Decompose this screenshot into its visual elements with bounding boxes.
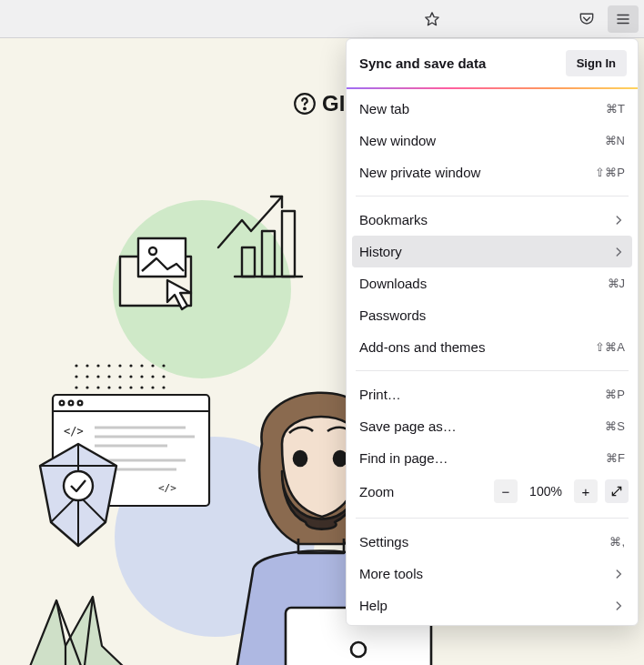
svg-rect-6	[262, 231, 275, 277]
svg-point-17	[129, 364, 132, 367]
menu-item-passwords[interactable]: Passwords	[347, 299, 638, 331]
menu-item-new-window[interactable]: New window ⌘N	[347, 125, 638, 156]
sign-in-button[interactable]: Sign In	[566, 50, 627, 76]
svg-point-28	[151, 375, 154, 378]
menu-item-zoom: Zoom − 100% +	[347, 474, 638, 510]
bookmark-star-button[interactable]	[417, 5, 448, 33]
menu-item-new-private-window[interactable]: New private window ⇧⌘P	[347, 156, 638, 188]
svg-point-13	[86, 364, 88, 367]
shortcut: ⌘P	[605, 388, 625, 401]
svg-point-30	[75, 386, 77, 388]
star-icon	[423, 10, 441, 28]
menu-item-label: Help	[359, 598, 603, 613]
menu-item-save-page[interactable]: Save page as… ⌘S	[347, 410, 638, 442]
svg-point-25	[118, 375, 121, 378]
origami-illustration	[11, 591, 156, 665]
menu-item-new-tab[interactable]: New tab ⌘T	[347, 93, 638, 125]
pocket-icon	[578, 10, 596, 28]
svg-point-38	[162, 386, 165, 388]
svg-point-19	[151, 364, 154, 367]
menu-item-find[interactable]: Find in page… ⌘F	[347, 442, 638, 474]
svg-point-24	[107, 375, 110, 378]
svg-point-31	[86, 386, 88, 388]
chevron-right-icon	[612, 246, 625, 258]
chevron-right-icon	[612, 600, 625, 612]
zoom-label: Zoom	[359, 484, 487, 499]
menu-item-print[interactable]: Print… ⌘P	[347, 378, 638, 410]
menu-item-downloads[interactable]: Downloads ⌘J	[347, 267, 638, 299]
svg-point-52	[294, 451, 307, 466]
brand-name: GI	[322, 91, 345, 116]
chevron-right-icon	[612, 568, 625, 580]
menu-item-label: New tab	[359, 101, 597, 116]
svg-rect-7	[282, 211, 295, 277]
svg-text:</>: </>	[64, 425, 84, 438]
svg-point-27	[140, 375, 143, 378]
svg-point-26	[129, 375, 132, 378]
zoom-value: 100%	[525, 484, 567, 499]
zoom-in-button[interactable]: +	[574, 479, 598, 503]
shortcut: ⌘S	[605, 419, 625, 433]
chevron-right-icon	[612, 214, 625, 227]
svg-point-32	[96, 386, 99, 388]
svg-point-21	[75, 375, 77, 378]
svg-point-35	[129, 386, 132, 388]
svg-point-29	[162, 375, 165, 378]
menu-title: Sync and save data	[359, 55, 486, 71]
svg-rect-10	[138, 238, 186, 277]
menu-item-bookmarks[interactable]: Bookmarks	[347, 204, 638, 236]
svg-point-20	[162, 364, 165, 367]
question-circle-icon	[293, 92, 317, 116]
menu-item-settings[interactable]: Settings ⌘,	[347, 526, 638, 558]
shortcut: ⌘F	[606, 451, 625, 465]
menu-item-label: History	[359, 244, 603, 259]
menu-item-label: Print…	[359, 387, 596, 402]
menu-item-label: Save page as…	[359, 418, 596, 434]
plus-icon: +	[582, 484, 590, 499]
shortcut: ⇧⌘A	[595, 340, 625, 354]
pocket-button[interactable]	[571, 5, 602, 33]
dots-pattern	[73, 362, 182, 389]
minus-icon: −	[502, 484, 510, 499]
menu-item-label: Passwords	[359, 307, 625, 323]
menu-item-label: New private window	[359, 165, 586, 180]
menu-item-more-tools[interactable]: More tools	[347, 558, 638, 589]
svg-point-36	[140, 386, 143, 388]
separator	[356, 370, 629, 371]
svg-point-53	[334, 451, 347, 466]
menu-item-label: Find in page…	[359, 450, 597, 466]
svg-text:</>: </>	[158, 482, 176, 494]
svg-point-23	[96, 375, 99, 378]
zoom-out-button[interactable]: −	[494, 479, 518, 503]
shortcut: ⌘J	[608, 277, 626, 290]
menu-item-label: Bookmarks	[359, 212, 603, 227]
menu-item-label: More tools	[359, 566, 603, 581]
menu-item-addons[interactable]: Add-ons and themes ⇧⌘A	[347, 331, 638, 363]
fullscreen-button[interactable]	[605, 479, 629, 503]
shortcut: ⌘T	[606, 102, 625, 116]
menu-item-history[interactable]: History	[352, 236, 632, 267]
svg-rect-5	[242, 247, 255, 277]
svg-point-18	[140, 364, 143, 367]
brand-logo: GI	[293, 91, 345, 116]
svg-point-16	[118, 364, 121, 367]
shortcut: ⇧⌘P	[595, 166, 625, 179]
browser-toolbar	[0, 0, 644, 38]
svg-point-51	[64, 471, 93, 500]
svg-point-12	[75, 364, 77, 367]
image-picker-illustration	[113, 229, 222, 320]
svg-point-15	[107, 364, 110, 367]
shield-illustration	[33, 440, 124, 549]
menu-item-label: Downloads	[359, 276, 599, 291]
svg-point-34	[118, 386, 121, 388]
svg-point-33	[107, 386, 110, 388]
menu-item-label: Settings	[359, 534, 600, 549]
hamburger-icon	[615, 11, 631, 27]
menu-item-help[interactable]: Help	[347, 589, 638, 621]
separator	[356, 196, 629, 196]
menu-item-label: Add-ons and themes	[359, 339, 586, 355]
app-menu-button[interactable]	[608, 5, 639, 33]
shortcut: ⌘N	[605, 134, 625, 147]
shortcut: ⌘,	[609, 535, 625, 549]
chart-illustration	[215, 193, 324, 284]
